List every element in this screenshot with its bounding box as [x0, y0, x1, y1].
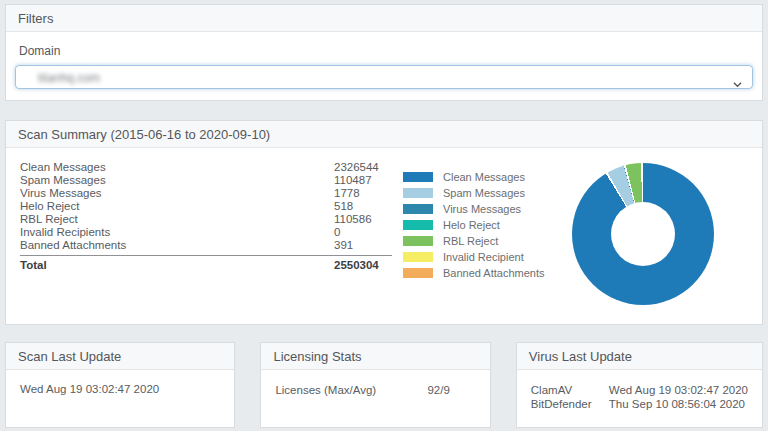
licenses-label: Licenses (Max/Avg)	[275, 383, 427, 397]
row-value: 518	[334, 200, 392, 213]
donut-chart	[572, 163, 714, 305]
antivirus-name: BitDefender	[531, 397, 595, 411]
table-row: Banned Attachments 391	[20, 239, 392, 252]
legend-swatch	[403, 188, 433, 198]
row-label: Banned Attachments	[20, 239, 334, 252]
row-value: 391	[334, 239, 392, 252]
legend-label: Virus Messages	[443, 203, 521, 215]
scan-last-update-value: Wed Aug 19 03:02:47 2020	[20, 383, 220, 395]
legend-swatch	[403, 172, 433, 182]
legend-item: Helo Reject	[403, 217, 545, 233]
total-row: Total 2550304	[20, 255, 392, 272]
row-value: 110586	[334, 213, 392, 226]
legend-label: Spam Messages	[443, 187, 525, 199]
legend-item: Banned Attachments	[403, 265, 545, 281]
bottom-panels-row: Scan Last Update Wed Aug 19 03:02:47 202…	[5, 342, 763, 428]
table-row: Helo Reject 518	[20, 200, 392, 213]
licensing-stats-panel: Licensing Stats Licenses (Max/Avg) 92/9	[260, 342, 490, 428]
chevron-down-icon	[733, 75, 742, 84]
table-row: Clean Messages 2326544	[20, 161, 392, 174]
legend-item: RBL Reject	[403, 233, 545, 249]
antivirus-name: ClamAV	[531, 383, 595, 397]
legend-label: Invalid Recipient	[443, 251, 524, 263]
row-value: 1778	[334, 187, 392, 200]
chart-legend: Clean Messages Spam Messages Virus Messa…	[403, 169, 545, 281]
table-row: RBL Reject 110586	[20, 213, 392, 226]
row-value: 0	[334, 226, 392, 239]
domain-label: Domain	[15, 44, 753, 58]
legend-item: Clean Messages	[403, 169, 545, 185]
table-row: Virus Messages 1778	[20, 187, 392, 200]
legend-swatch	[403, 204, 433, 214]
antivirus-date: Thu Sep 10 08:56:04 2020	[609, 397, 745, 411]
table-row: Spam Messages 110487	[20, 174, 392, 187]
row-label: Invalid Recipients	[20, 226, 334, 239]
row-label: Virus Messages	[20, 187, 334, 200]
legend-swatch	[403, 220, 433, 230]
row-value: 2326544	[334, 161, 392, 174]
domain-select[interactable]: titanhq.com	[15, 65, 753, 89]
legend-label: Banned Attachments	[443, 267, 545, 279]
legend-swatch	[403, 252, 433, 262]
row-label: Spam Messages	[20, 174, 334, 187]
legend-item: Virus Messages	[403, 201, 545, 217]
legend-item: Spam Messages	[403, 185, 545, 201]
legend-item: Invalid Recipient	[403, 249, 545, 265]
domain-select-value: titanhq.com	[38, 71, 100, 85]
filters-panel: Filters Domain titanhq.com	[5, 4, 763, 101]
total-label: Total	[20, 259, 334, 272]
total-value: 2550304	[334, 259, 392, 272]
row-label: Helo Reject	[20, 200, 334, 213]
legend-label: Helo Reject	[443, 219, 500, 231]
virus-last-update-panel: Virus Last Update ClamAV Wed Aug 19 03:0…	[516, 342, 763, 428]
row-label: RBL Reject	[20, 213, 334, 226]
legend-label: RBL Reject	[443, 235, 498, 247]
table-row: ClamAV Wed Aug 19 03:02:47 2020	[531, 383, 748, 397]
table-row: Invalid Recipients 0	[20, 226, 392, 239]
scan-stats-table: Clean Messages 2326544 Spam Messages 110…	[20, 161, 392, 272]
licenses-value: 92/9	[427, 383, 449, 397]
filters-panel-title: Filters	[6, 5, 762, 32]
row-value: 110487	[334, 174, 392, 187]
scan-summary-title: Scan Summary (2015-06-16 to 2020-09-10)	[6, 121, 762, 148]
antivirus-date: Wed Aug 19 03:02:47 2020	[609, 383, 748, 397]
scan-last-update-panel: Scan Last Update Wed Aug 19 03:02:47 202…	[5, 342, 235, 428]
legend-swatch	[403, 236, 433, 246]
virus-last-update-title: Virus Last Update	[517, 343, 762, 370]
legend-swatch	[403, 268, 433, 278]
scan-last-update-title: Scan Last Update	[6, 343, 234, 370]
table-row: BitDefender Thu Sep 10 08:56:04 2020	[531, 397, 748, 411]
row-label: Clean Messages	[20, 161, 334, 174]
donut-hole	[611, 202, 675, 266]
legend-label: Clean Messages	[443, 171, 525, 183]
scan-summary-panel: Scan Summary (2015-06-16 to 2020-09-10) …	[5, 120, 763, 325]
licensing-stats-title: Licensing Stats	[261, 343, 489, 370]
